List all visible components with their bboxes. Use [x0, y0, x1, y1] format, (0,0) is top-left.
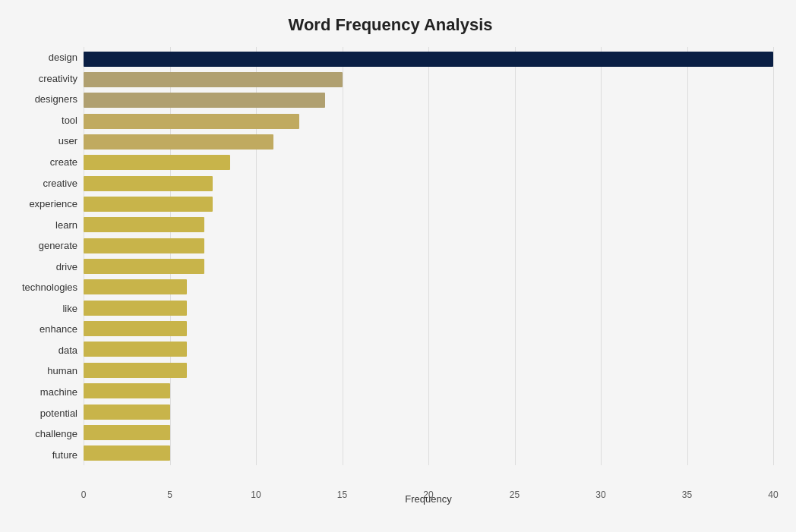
y-label: enhance — [39, 324, 77, 334]
y-label: generate — [39, 241, 77, 250]
chart-container: Word Frequency Analysis designcreativity… — [0, 0, 796, 532]
y-label: creativity — [39, 74, 77, 83]
chart-area: designcreativitydesignerstoolusercreatec… — [8, 47, 773, 465]
grid-line — [773, 47, 774, 465]
bar — [84, 301, 187, 316]
bar — [84, 425, 170, 440]
bar-row — [84, 49, 773, 69]
bar — [84, 114, 299, 129]
y-label: designers — [35, 94, 77, 104]
bar-row — [84, 131, 773, 152]
bar-row — [84, 235, 773, 256]
y-label: learn — [55, 220, 77, 230]
bar-row — [84, 215, 773, 235]
bar-row — [84, 153, 773, 173]
bar — [84, 217, 204, 232]
bar-row — [84, 443, 773, 464]
bar — [84, 93, 325, 108]
bar-row — [84, 422, 773, 442]
bar — [84, 321, 187, 336]
bar-row — [84, 339, 773, 360]
bar — [84, 383, 170, 398]
bar — [84, 72, 343, 87]
y-label: creative — [43, 178, 77, 188]
y-label: drive — [56, 262, 77, 272]
y-label: human — [47, 366, 77, 376]
y-label: create — [50, 157, 77, 167]
bar-row — [84, 381, 773, 401]
y-label: machine — [40, 387, 77, 397]
bar — [84, 342, 187, 357]
bar — [84, 52, 773, 67]
bar-row — [84, 69, 773, 90]
y-label: design — [49, 52, 77, 62]
bar — [84, 259, 204, 274]
bar-row — [84, 90, 773, 111]
bar — [84, 405, 170, 420]
bar-row — [84, 318, 773, 338]
bar — [84, 134, 273, 150]
bar-row — [84, 111, 773, 131]
bar-row — [84, 297, 773, 318]
bar — [84, 197, 213, 212]
y-label: data — [58, 345, 77, 355]
y-label: experience — [29, 199, 77, 209]
bar-row — [84, 401, 773, 422]
bar — [84, 238, 204, 253]
y-axis: designcreativitydesignerstoolusercreatec… — [8, 47, 84, 465]
bar-row — [84, 173, 773, 194]
bar — [84, 363, 187, 378]
y-label: tool — [62, 115, 77, 125]
y-label: user — [58, 136, 77, 146]
bar — [84, 155, 230, 170]
bar-row — [84, 360, 773, 380]
bars-area: 0510152025303540 Frequency — [84, 47, 773, 465]
bar — [84, 445, 170, 461]
bars — [84, 47, 773, 465]
bar-row — [84, 256, 773, 276]
bar-row — [84, 277, 773, 297]
y-label: potential — [40, 408, 77, 418]
y-label: like — [62, 304, 77, 313]
y-label: technologies — [22, 282, 77, 292]
y-label: future — [52, 450, 77, 460]
chart-title: Word Frequency Analysis — [8, 15, 773, 35]
bar — [84, 279, 187, 294]
y-label: challenge — [35, 429, 77, 439]
bar-row — [84, 194, 773, 214]
bar — [84, 176, 213, 191]
x-axis-label: Frequency — [84, 493, 773, 505]
